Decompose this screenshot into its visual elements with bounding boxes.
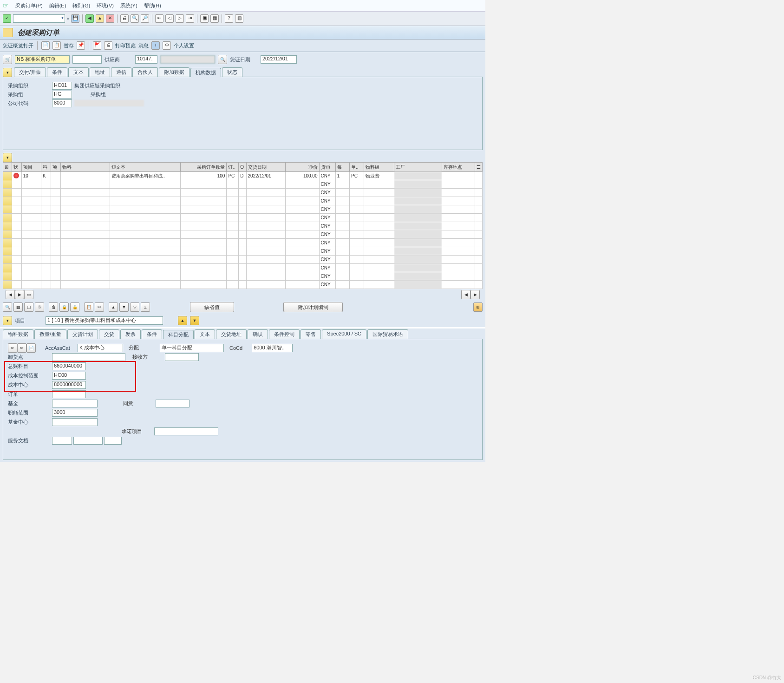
tab-delivery-invoice[interactable]: 交付/开票 [14, 67, 46, 77]
col-plant[interactable]: 工厂 [394, 163, 442, 172]
detail-tab[interactable]: 物料数据 [3, 329, 33, 339]
detail-tab[interactable]: 发票 [120, 329, 141, 339]
last-page-icon[interactable]: ⇥ [186, 14, 194, 23]
sort-asc-icon[interactable]: ▲ [109, 302, 118, 312]
copy-icon[interactable]: ⎘ [35, 302, 44, 312]
info-icon[interactable]: i [151, 41, 160, 50]
detail-tab[interactable]: Spec2000 / SC [322, 329, 366, 339]
print-icon[interactable]: 🖨 [120, 14, 129, 23]
messages-button[interactable]: 消息 [138, 42, 149, 49]
col-status[interactable]: 状 [12, 163, 21, 172]
cocd-select[interactable]: 8000 瀚川智.. [252, 344, 293, 352]
tab-partners[interactable]: 合伙人 [132, 67, 158, 77]
scroll-left2-icon[interactable]: ◀ [461, 290, 470, 299]
table-row[interactable]: CNY [3, 230, 483, 239]
table-row[interactable]: CNY [3, 281, 483, 289]
help-icon[interactable]: ? [225, 14, 233, 23]
purch-grp-field[interactable]: HG [52, 91, 72, 99]
doc-overview-toggle[interactable]: 凭证概览打开 [3, 42, 33, 49]
other-po-icon[interactable]: 📋 [52, 41, 61, 50]
menu-item[interactable]: 编辑(E) [49, 2, 66, 9]
table-row[interactable]: CNY [3, 197, 483, 205]
select-all-icon[interactable]: ▦ [13, 302, 23, 312]
col-select[interactable]: ⊞ [3, 163, 12, 172]
first-page-icon[interactable]: ⇤ [155, 14, 163, 23]
po-number-field[interactable] [72, 55, 102, 64]
fund-field[interactable] [52, 400, 98, 407]
doc-date-field[interactable]: 2022/12/01 [261, 55, 297, 64]
sum-icon[interactable]: Σ [141, 302, 150, 312]
col-orderunit[interactable]: 单.. [350, 163, 364, 172]
table-row[interactable]: CNY [3, 214, 483, 222]
hold-button[interactable]: 暂存 [64, 42, 74, 49]
col-per[interactable]: 每 [335, 163, 349, 172]
menu-item[interactable]: 环境(V) [97, 2, 114, 9]
edit-icon[interactable]: ✏ [8, 343, 17, 353]
unload-point-field[interactable] [52, 353, 125, 361]
commitment-field[interactable] [154, 427, 218, 435]
table-row[interactable]: CNY [3, 239, 483, 247]
edit2-icon[interactable]: ✏ [17, 343, 26, 353]
sort-desc-icon[interactable]: ▼ [119, 302, 129, 312]
menu-item[interactable]: 采购订单(P) [15, 2, 43, 9]
company-field[interactable]: 8000 [52, 99, 72, 107]
order-field[interactable] [52, 390, 86, 398]
new-session-icon[interactable]: ▣ [200, 14, 209, 23]
col-acct[interactable]: 科 [41, 163, 51, 172]
detail-tab[interactable]: 零售 [301, 329, 321, 339]
cart-icon[interactable]: 🛒 [3, 55, 12, 64]
item-selector[interactable]: 1 [ 10 ] 费用类采购带出科目和成本中心 [46, 316, 163, 325]
col-o[interactable]: O [239, 163, 246, 172]
detail-tab[interactable]: 文本 [195, 329, 215, 339]
cancel-icon[interactable]: ✕ [106, 14, 114, 23]
detail-tab[interactable]: 数量/重量 [34, 329, 66, 339]
service-doc-field1[interactable] [52, 437, 72, 445]
col-uom[interactable]: 订.. [227, 163, 239, 172]
addl-planning-button[interactable]: 附加计划编制 [283, 302, 343, 312]
col-storloc[interactable]: 库存地点 [442, 163, 475, 172]
item-prev-icon[interactable]: ▲ [178, 316, 187, 325]
co-area-field[interactable]: HC00 [52, 372, 86, 380]
insert-icon[interactable]: 📋 [84, 302, 93, 312]
menu-item[interactable]: 帮助(H) [144, 2, 161, 9]
collapse-items-icon[interactable]: ▾ [3, 153, 12, 162]
detail-tab[interactable]: 确认 [248, 329, 268, 339]
collapse-header-icon[interactable]: ▾ [3, 68, 12, 77]
detail-icon[interactable]: 🔍 [3, 302, 12, 312]
park-icon[interactable]: 📌 [77, 41, 85, 50]
tab-texts[interactable]: 文本 [68, 67, 89, 77]
item-next-icon[interactable]: ▼ [190, 316, 199, 325]
col-config[interactable]: ☰ [475, 163, 483, 172]
find-icon[interactable]: 🔍 [131, 14, 139, 23]
col-shorttext[interactable]: 短文本 [110, 163, 180, 172]
services-icon[interactable]: 🗏 [473, 302, 483, 312]
func-area-field[interactable]: 3000 [52, 409, 98, 417]
table-row[interactable]: CNY [3, 247, 483, 256]
tab-status[interactable]: 状态 [222, 67, 242, 77]
shortcut-icon[interactable]: ▦ [210, 14, 219, 23]
table-row[interactable]: 10K费用类采购带出科目和成..100PCD2022/12/01100.00CN… [3, 172, 483, 180]
tab-communication[interactable]: 通信 [111, 67, 131, 77]
detail-tab[interactable]: 条件 [142, 329, 162, 339]
col-itemcat[interactable]: 项 [51, 163, 61, 172]
save-icon[interactable]: 💾 [71, 14, 79, 23]
detail-tab[interactable]: 交货 [99, 329, 119, 339]
col-item[interactable]: 项目 [21, 163, 41, 172]
expand-icon[interactable]: « [67, 16, 69, 21]
next-page-icon[interactable]: ▷ [176, 14, 184, 23]
check-icon[interactable]: 🚩 [93, 41, 101, 50]
fund-center-field[interactable] [52, 418, 98, 426]
scroll-left-icon[interactable]: ◀ [6, 290, 15, 299]
enter-icon[interactable]: ✓ [3, 14, 11, 23]
table-row[interactable]: CNY [3, 189, 483, 197]
table-row[interactable]: CNY [3, 264, 483, 272]
col-qty[interactable]: 采购订单数量 [180, 163, 227, 172]
accasscat-select[interactable]: K 成本中心 [78, 344, 123, 352]
purch-org-field[interactable]: HC01 [52, 82, 72, 90]
detail-tab[interactable]: 交货计划 [67, 329, 98, 339]
item-grid[interactable]: ⊞ 状 项目 科 项 物料 短文本 采购订单数量 订.. O 交货日期 净价 货… [3, 162, 483, 289]
delete-icon[interactable]: 🗑 [49, 302, 58, 312]
scroll-home-icon[interactable]: ▭ [24, 290, 33, 299]
col-delivdate[interactable]: 交货日期 [246, 163, 285, 172]
service-doc-field3[interactable] [104, 437, 122, 445]
